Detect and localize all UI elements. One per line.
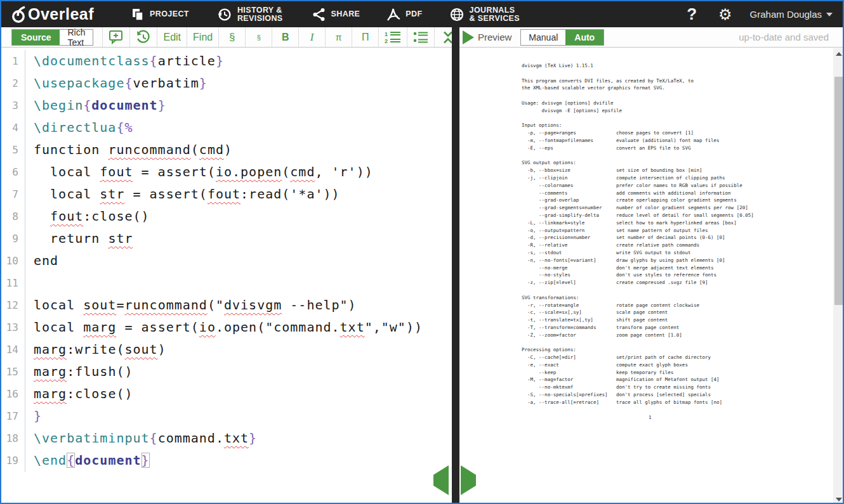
chevron-down-icon [826, 13, 833, 16]
numbered-list-button[interactable]: 1 2 [378, 27, 407, 47]
code-text: marg:close() [25, 383, 133, 405]
pdf-acrobat-icon [386, 8, 400, 22]
display-math-button[interactable]: Π [352, 27, 378, 47]
nav-item-project[interactable]: PROJECT [131, 8, 189, 22]
code-text: return str [25, 228, 133, 250]
line-number: 3 [1, 94, 25, 117]
code-line[interactable]: 16marg:close() [1, 383, 452, 405]
edit-menu-button[interactable]: Edit [157, 27, 187, 47]
line-number: 14 [1, 339, 25, 361]
bullet-list-button[interactable] [407, 27, 434, 47]
code-text: \documentclass{article} [25, 50, 224, 72]
add-comment-button[interactable] [102, 27, 129, 47]
code-lines: 1\documentclass{article}2\usepackage{ver… [1, 48, 452, 472]
settings-gear-icon[interactable]: ⚙ [718, 7, 732, 22]
help-button[interactable]: ? [687, 4, 697, 24]
scrollbar-thumb[interactable] [834, 77, 843, 305]
pdf-preview-pane: dvisvgm (TeX Live) 1.15.1 This program c… [459, 48, 844, 504]
code-line[interactable]: 17} [1, 405, 452, 427]
manual-compile-button[interactable]: Manual [521, 30, 565, 45]
nav-item-journals-services[interactable]: JOURNALS & SERVICES [449, 6, 520, 23]
svg-text:2: 2 [385, 38, 388, 44]
bottom-collapse-editor-triangle[interactable] [433, 475, 449, 486]
compile-mode-toggle: Manual Auto [520, 29, 604, 46]
pdf-page-number: 1 [649, 415, 652, 420]
code-line[interactable]: 6 local fout = assert(io.popen(cmd, 'r')… [1, 161, 452, 183]
code-text: marg:write(sout) [25, 339, 166, 361]
code-text: \end{document} [25, 449, 150, 472]
section-button[interactable]: § [218, 27, 245, 47]
track-changes-button[interactable] [129, 27, 157, 47]
subsection-button[interactable]: § [245, 27, 272, 47]
line-number: 8 [1, 205, 25, 228]
line-number: 19 [1, 449, 25, 472]
code-line[interactable]: 3\begin{document} [1, 94, 452, 117]
line-number: 17 [1, 405, 25, 427]
nav-item-history-revisions[interactable]: HISTORY & REVISIONS [217, 6, 283, 23]
code-line[interactable]: 13local marg = assert(io.open("command.t… [1, 316, 452, 339]
line-number: 16 [1, 383, 25, 405]
project-pages-icon [131, 8, 145, 22]
svg-text:1: 1 [385, 31, 388, 37]
history-undo-icon [136, 30, 151, 45]
source-tab[interactable]: Source [12, 30, 60, 45]
code-line[interactable]: 15marg:flush() [1, 361, 452, 383]
line-number: 1 [1, 50, 25, 72]
nav-item-pdf[interactable]: PDF [386, 8, 422, 22]
code-text: local marg = assert(io.open("command.txt… [25, 316, 423, 339]
code-text: \verbatiminput{command.txt} [25, 427, 257, 449]
code-line[interactable]: 18\verbatiminput{command.txt} [1, 427, 452, 449]
code-line[interactable]: 11 [1, 272, 452, 294]
richtext-tab[interactable]: Rich Text [60, 30, 93, 45]
pane-divider[interactable] [452, 27, 459, 504]
nav-label: SHARE [331, 10, 360, 18]
line-number: 12 [1, 294, 25, 316]
preview-toolbar: Preview Manual Auto up-to-date and saved [459, 27, 844, 48]
italic-button[interactable]: I [298, 27, 325, 47]
save-status: up-to-date and saved [739, 32, 829, 42]
line-number: 18 [1, 427, 25, 449]
code-line[interactable]: 1\documentclass{article} [1, 50, 452, 72]
scroll-down-arrow-icon[interactable] [836, 498, 842, 501]
code-text: marg:flush() [25, 361, 133, 383]
line-number: 2 [1, 72, 25, 94]
nav-item-share[interactable]: SHARE [312, 8, 360, 22]
bold-button[interactable]: B [272, 27, 298, 47]
editor-toolbar-buttons: Edit Find § § B I π Π 1 2 [102, 27, 489, 47]
source-editor-pane[interactable]: 1\documentclass{article}2\usepackage{ver… [1, 48, 452, 504]
line-number: 10 [1, 250, 25, 272]
code-text: local fout = assert(io.popen(cmd, 'r')) [25, 161, 373, 183]
code-line[interactable]: 4\directlua{% [1, 117, 452, 139]
bottom-expand-preview-triangle[interactable] [461, 475, 476, 486]
comment-plus-icon [109, 30, 124, 44]
line-number: 7 [1, 183, 25, 205]
inline-math-button[interactable]: π [325, 27, 352, 47]
code-text [25, 272, 34, 294]
user-menu[interactable]: Graham Douglas [750, 9, 833, 20]
logo-text: Overleaf [28, 5, 94, 23]
code-line[interactable]: 7 local str = assert(fout:read('*a')) [1, 183, 452, 205]
expand-preview-right-triangle[interactable] [463, 30, 474, 44]
source-richtext-toggle: Source Rich Text [11, 29, 93, 46]
auto-compile-button[interactable]: Auto [565, 30, 603, 45]
code-line[interactable]: 19\end{document} [1, 449, 452, 472]
code-line[interactable]: 10end [1, 250, 452, 272]
history-clock-icon [217, 7, 232, 22]
code-line[interactable]: 5function runcommand(cmd) [1, 139, 452, 161]
code-line[interactable]: 14marg:write(sout) [1, 339, 452, 361]
code-line[interactable]: 2\usepackage{verbatim} [1, 72, 452, 94]
line-number: 5 [1, 139, 25, 161]
code-text: local sout=runcommand("dvisvgm --help") [25, 294, 357, 316]
scroll-up-arrow-icon[interactable] [836, 52, 842, 56]
line-number: 9 [1, 228, 25, 250]
top-navbar: Overleaf PROJECT HISTORY & REVISIONS [1, 1, 843, 27]
line-number: 15 [1, 361, 25, 383]
overleaf-logo[interactable]: Overleaf [10, 5, 94, 23]
preview-scrollbar[interactable] [833, 48, 844, 504]
find-button[interactable]: Find [187, 27, 218, 47]
nav-label: HISTORY & REVISIONS [237, 6, 283, 23]
code-line[interactable]: 9 return str [1, 228, 452, 250]
code-line[interactable]: 12local sout=runcommand("dvisvgm --help"… [1, 294, 452, 316]
code-text: \usepackage{verbatim} [25, 72, 208, 94]
code-line[interactable]: 8 fout:close() [1, 205, 452, 228]
